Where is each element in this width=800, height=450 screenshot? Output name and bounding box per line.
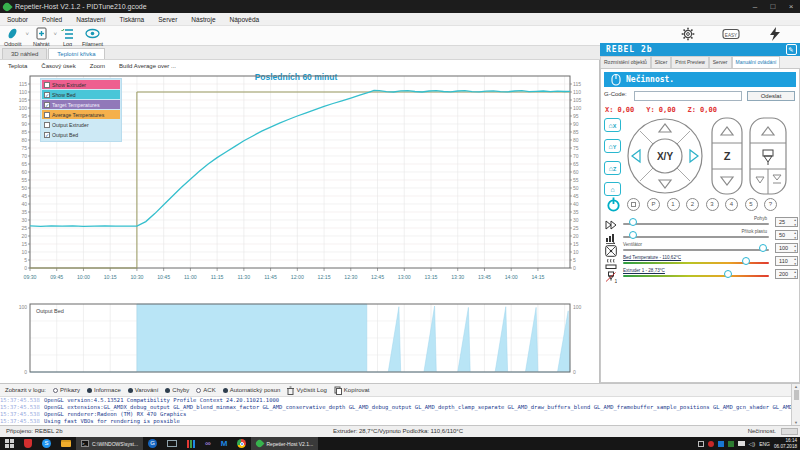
repetier-host-taskbar-button[interactable]: Repetier-Host V2.1... [251,437,318,450]
legend-item[interactable]: Show Extruder [42,80,120,89]
log-scrollbar[interactable]: ▲▼ [791,384,800,425]
volume-icon[interactable]: ◁) [749,440,756,447]
slider-thumb[interactable] [742,257,750,265]
taskbar-clock[interactable]: 16:1406.07.2018 [774,438,797,449]
xy-jog-pad[interactable]: X/Y [625,117,705,195]
tab-temperature-curve[interactable]: Teplotní křivka [48,48,104,59]
preset-button-1[interactable]: 1 [667,198,680,211]
preset-button-p[interactable]: P [647,198,660,211]
gcode-input[interactable] [634,91,742,101]
log-filter-p-kazy[interactable]: Příkazy [53,387,80,393]
slider-track[interactable] [623,249,769,251]
menu-item[interactable]: Tiskárna [113,16,152,23]
motors-off-button[interactable] [627,198,640,211]
log-button[interactable]: Log [57,26,78,47]
legend-checkbox[interactable] [44,122,50,128]
network-icon[interactable] [738,441,745,446]
menu-item[interactable]: Soubor [0,16,35,23]
legend-item[interactable]: Average Temperatures [42,110,120,119]
home-all-button[interactable]: ⌂ [604,182,621,196]
legend-checkbox[interactable]: ✓ [44,102,50,108]
log-filter-varov-n-[interactable]: Varování [128,387,159,393]
preset-button-5[interactable]: 5 [745,198,758,211]
maximize-button[interactable]: □ [764,2,782,11]
slider-thumb[interactable] [759,244,767,252]
copy-log-button[interactable]: Kopírovat [334,386,370,395]
legend-checkbox[interactable] [44,112,50,118]
output-bed-chart[interactable]: 10010000Output Bed [4,300,596,380]
load-button[interactable]: Nahrát [29,26,54,47]
power-button[interactable] [606,197,621,212]
send-gcode-button[interactable]: Odeslat [747,91,795,101]
legend-checkbox[interactable] [44,82,50,88]
legend-checkbox[interactable]: ✓ [44,92,50,98]
legend-checkbox[interactable]: ✓ [44,132,50,138]
log-filter-automatick-posun[interactable]: Automatický posun [223,387,281,393]
rp-tab-print-preview[interactable]: Print Preview [671,56,708,68]
slider-thumb[interactable] [629,231,637,239]
log-output[interactable]: 15:37:45.538OpenGL version:4.5.13521 Com… [0,397,791,425]
filter-label: Informace [94,387,121,393]
g-app-icon[interactable]: G [143,437,162,450]
tray-blue-icon[interactable] [718,441,724,447]
slider-thumb[interactable] [724,270,732,278]
svg-text:13:00: 13:00 [398,274,411,280]
menu-item[interactable]: Nastavení [69,16,112,23]
minimize-button[interactable]: – [746,2,764,11]
close-button[interactable]: × [782,2,800,11]
menu-item[interactable]: Server [151,16,184,23]
visual-studio-icon[interactable]: ∞ [200,437,216,450]
menu-item[interactable]: Nápověda [223,16,267,23]
slider-track[interactable] [623,236,769,238]
chrome-icon[interactable] [232,437,251,450]
slider-value-spinner[interactable]: 200▴ ▾ [775,269,798,279]
disconnect-button[interactable]: Odpojit [0,26,25,47]
z-jog-pad[interactable]: Z [711,117,743,195]
preset-button-?[interactable]: ? [764,198,777,211]
rp-tab-slicer[interactable]: Slicer [651,56,672,68]
m-app-icon[interactable]: M [216,437,233,450]
filament-button[interactable]: Filament [78,26,107,47]
language-indicator[interactable]: ENG [759,441,770,447]
log-filter-ack[interactable]: ACK [196,387,215,393]
slider-track[interactable] [623,223,769,225]
tray-green-icon[interactable] [728,441,734,447]
legend-item[interactable]: ✓Output Bed [42,130,120,139]
legend-item[interactable]: ✓Show Bed [42,90,120,99]
antivirus-icon[interactable] [19,437,37,450]
legend-item[interactable]: ✓Target Temperatures [42,100,120,109]
rp-tab-manu-ln-ovl-d-n-[interactable]: Manuální ovládání [732,56,781,68]
preset-button-3[interactable]: 3 [706,198,719,211]
home-z-button[interactable]: ⌂Z [604,161,621,175]
preset-button-2[interactable]: 2 [686,198,699,211]
log-filter-chyby[interactable]: Chyby [165,387,189,393]
menu-item[interactable]: Nástroje [184,16,222,23]
slider-value-spinner[interactable]: 110▴ ▾ [775,256,798,266]
slider-value-spinner[interactable]: 100▴ ▾ [775,243,798,253]
tray-up-icon[interactable] [698,441,704,447]
slider-thumb[interactable] [629,218,637,226]
clear-log-button[interactable]: Vyčistit Log [287,386,326,395]
rp-tab-server[interactable]: Server [709,56,732,68]
cmd-window-button[interactable]: >_C:\WINDOWS\syst... [76,437,143,450]
home-y-button[interactable]: ⌂Y [604,139,621,153]
log-filter-informace[interactable]: Informace [87,387,121,393]
slider-track[interactable] [623,275,769,277]
legend-item[interactable]: Output Extruder [42,120,120,129]
start-button[interactable] [0,437,19,450]
home-x-button[interactable]: ⌂X [604,118,621,132]
extruder-jog-pad[interactable] [749,117,787,195]
tab-3d-view[interactable]: 3D náhled [2,48,47,59]
rp-tab-rozm-st-n-objekt-[interactable]: Rozmístění objektů [600,56,651,68]
skype-icon[interactable]: S [37,437,56,450]
file-explorer-icon[interactable] [56,437,76,450]
svg-text:45: 45 [21,193,27,199]
slider-value-spinner[interactable]: 50▴ ▾ [775,230,798,240]
remote-desktop-icon[interactable] [162,437,182,450]
media-app-icon[interactable] [182,437,200,450]
tray-red-icon[interactable] [708,441,714,447]
slider-value-spinner[interactable]: 25▴ ▾ [775,217,798,227]
edit-printer-icon[interactable]: ✎ [786,44,797,55]
preset-button-4[interactable]: 4 [725,198,738,211]
menu-item[interactable]: Pohled [35,16,69,23]
